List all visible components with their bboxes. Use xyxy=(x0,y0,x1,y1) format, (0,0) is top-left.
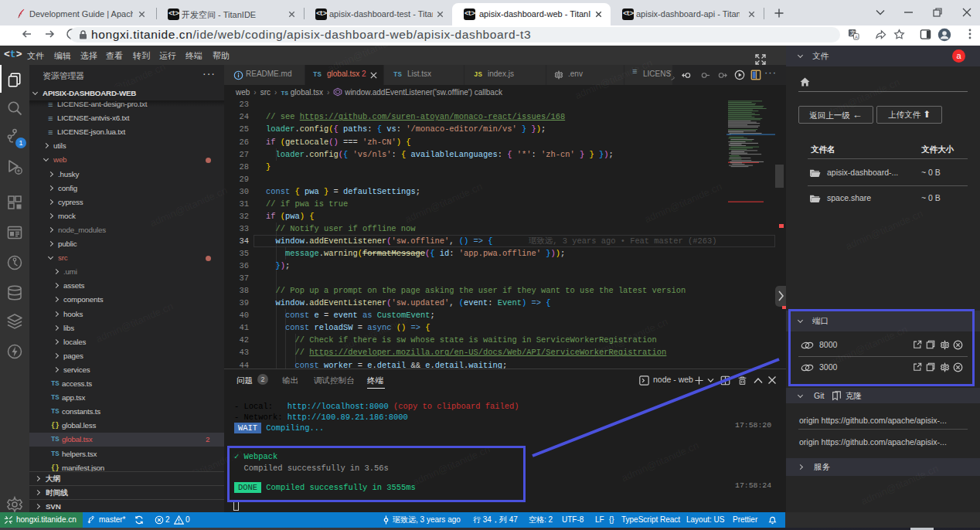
svg-text:A: A xyxy=(855,35,858,39)
